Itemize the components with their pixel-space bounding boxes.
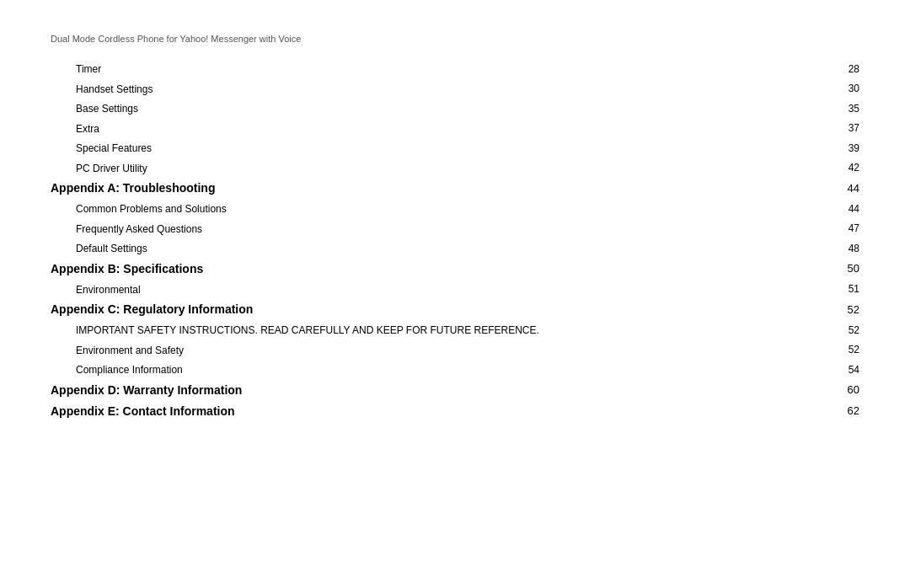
- toc-entry-text: Appendix B: Specifications: [51, 262, 203, 275]
- toc-row: Appendix D: Warranty Information60: [51, 380, 859, 401]
- toc-spacer: [539, 380, 848, 401]
- toc-row: Environment and Safety52: [51, 340, 859, 361]
- toc-row: PC Driver Utility42: [51, 158, 859, 179]
- toc-label-appendix-b: Appendix B: Specifications: [51, 259, 539, 280]
- toc-page-appendix-b: 50: [848, 259, 859, 280]
- toc-page-pc-driver-utility: 42: [848, 158, 859, 179]
- toc-page-appendix-c: 52: [848, 299, 859, 320]
- toc-label-handset-settings: Handset Settings: [51, 79, 539, 99]
- toc-entry-text: IMPORTANT SAFETY INSTRUCTIONS. READ CARE…: [76, 324, 539, 336]
- toc-entry-text: Extra: [76, 123, 99, 135]
- toc-label-extra: Extra: [51, 119, 539, 139]
- toc-row: Common Problems and Solutions44: [51, 199, 859, 219]
- toc-entry-text: Common Problems and Solutions: [76, 203, 227, 215]
- toc-spacer: [539, 59, 848, 79]
- toc-spacer: [539, 238, 848, 259]
- toc-page-default-settings: 48: [848, 238, 859, 259]
- toc-page-appendix-d: 60: [848, 380, 859, 401]
- toc-entry-text: Compliance Information: [76, 364, 183, 376]
- toc-row: IMPORTANT SAFETY INSTRUCTIONS. READ CARE…: [51, 320, 859, 340]
- toc-page-appendix-a: 44: [848, 178, 859, 199]
- toc-label-environment-safety: Environment and Safety: [51, 340, 539, 361]
- toc-row: Base Settings35: [51, 99, 859, 119]
- toc-spacer: [539, 199, 848, 219]
- toc-entry-text: Appendix A: Troubleshooting: [51, 181, 215, 195]
- toc-page-timer: 28: [848, 59, 859, 79]
- toc-spacer: [539, 259, 848, 280]
- toc-label-faq: Frequently Asked Questions: [51, 219, 539, 239]
- toc-label-default-settings: Default Settings: [51, 238, 539, 259]
- toc-page-faq: 47: [848, 219, 859, 239]
- toc-spacer: [539, 340, 848, 361]
- toc-page-extra: 37: [848, 119, 859, 139]
- document-title: Dual Mode Cordless Phone for Yahoo! Mess…: [51, 34, 859, 44]
- toc-spacer: [539, 280, 848, 300]
- toc-entry-text: PC Driver Utility: [76, 163, 147, 174]
- toc-entry-text: Timer: [76, 63, 101, 75]
- toc-label-appendix-d: Appendix D: Warranty Information: [51, 380, 539, 401]
- toc-row: Frequently Asked Questions47: [51, 219, 859, 239]
- toc-entry-text: Environment and Safety: [76, 345, 184, 356]
- toc-entry-text: Appendix E: Contact Information: [51, 404, 235, 418]
- toc-label-appendix-e: Appendix E: Contact Information: [51, 401, 539, 422]
- toc-row: Compliance Information54: [51, 360, 859, 380]
- toc-entry-text: Appendix D: Warranty Information: [51, 383, 242, 397]
- toc-spacer: [539, 320, 848, 340]
- toc-row: Handset Settings30: [51, 79, 859, 99]
- toc-label-appendix-a: Appendix A: Troubleshooting: [51, 178, 539, 199]
- toc-spacer: [539, 119, 848, 139]
- toc-spacer: [539, 138, 848, 158]
- toc-table: Timer28Handset Settings30Base Settings35…: [51, 59, 859, 422]
- toc-spacer: [539, 360, 848, 380]
- toc-page-special-features: 39: [848, 138, 859, 158]
- toc-page-important-safety: 52: [848, 320, 859, 340]
- toc-entry-text: Handset Settings: [76, 83, 153, 95]
- toc-spacer: [539, 178, 848, 199]
- toc-spacer: [539, 219, 848, 239]
- toc-page-compliance-info: 54: [848, 360, 859, 380]
- toc-spacer: [539, 158, 848, 179]
- toc-spacer: [539, 79, 848, 99]
- toc-label-special-features: Special Features: [51, 138, 539, 158]
- toc-page-handset-settings: 30: [848, 79, 859, 99]
- toc-row: Special Features39: [51, 138, 859, 158]
- toc-entry-text: Appendix C: Regulatory Information: [51, 302, 253, 316]
- toc-label-base-settings: Base Settings: [51, 99, 539, 119]
- toc-row: Default Settings48: [51, 238, 859, 259]
- toc-row: Appendix C: Regulatory Information52: [51, 299, 859, 320]
- toc-row: Appendix E: Contact Information62: [51, 401, 859, 422]
- toc-label-appendix-c: Appendix C: Regulatory Information: [51, 299, 539, 320]
- toc-entry-text: Environmental: [76, 284, 141, 296]
- toc-spacer: [539, 299, 848, 320]
- page-container: Dual Mode Cordless Phone for Yahoo! Mess…: [0, 0, 910, 588]
- toc-entry-text: Frequently Asked Questions: [76, 223, 202, 235]
- toc-spacer: [539, 401, 848, 422]
- toc-entry-text: Special Features: [76, 142, 152, 154]
- toc-row: Appendix A: Troubleshooting44: [51, 178, 859, 199]
- toc-label-common-problems: Common Problems and Solutions: [51, 199, 539, 219]
- toc-entry-text: Base Settings: [76, 103, 138, 115]
- toc-page-environmental: 51: [848, 280, 859, 300]
- toc-spacer: [539, 99, 848, 119]
- toc-label-pc-driver-utility: PC Driver Utility: [51, 158, 539, 179]
- toc-label-compliance-info: Compliance Information: [51, 360, 539, 380]
- toc-label-environmental: Environmental: [51, 280, 539, 300]
- toc-row: Appendix B: Specifications50: [51, 259, 859, 280]
- toc-row: Extra37: [51, 119, 859, 139]
- toc-label-timer: Timer: [51, 59, 539, 79]
- toc-page-base-settings: 35: [848, 99, 859, 119]
- toc-page-environment-safety: 52: [848, 340, 859, 361]
- toc-page-appendix-e: 62: [848, 401, 859, 422]
- toc-row: Environmental51: [51, 280, 859, 300]
- toc-entry-text: Default Settings: [76, 243, 147, 254]
- toc-label-important-safety: IMPORTANT SAFETY INSTRUCTIONS. READ CARE…: [51, 320, 539, 340]
- toc-page-common-problems: 44: [848, 199, 859, 219]
- toc-row: Timer28: [51, 59, 859, 79]
